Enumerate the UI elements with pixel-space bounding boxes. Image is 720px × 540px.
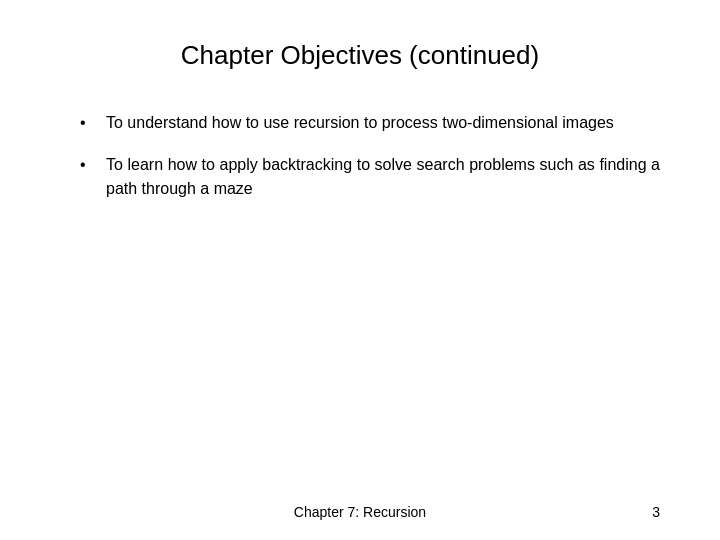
footer-title: Chapter 7: Recursion — [60, 504, 660, 520]
slide-title: Chapter Objectives (continued) — [60, 40, 660, 71]
bullet-text-2: To learn how to apply backtracking to so… — [106, 153, 660, 201]
bullet-item-2: • To learn how to apply backtracking to … — [80, 153, 660, 201]
bullet-dot-2: • — [80, 153, 100, 177]
bullet-text-1: To understand how to use recursion to pr… — [106, 111, 614, 135]
bullet-item-1: • To understand how to use recursion to … — [80, 111, 660, 135]
bullet-dot-1: • — [80, 111, 100, 135]
footer-page-number: 3 — [652, 504, 660, 520]
slide: Chapter Objectives (continued) • To unde… — [0, 0, 720, 540]
slide-content: • To understand how to use recursion to … — [60, 111, 660, 490]
slide-footer: Chapter 7: Recursion 3 — [0, 504, 720, 520]
